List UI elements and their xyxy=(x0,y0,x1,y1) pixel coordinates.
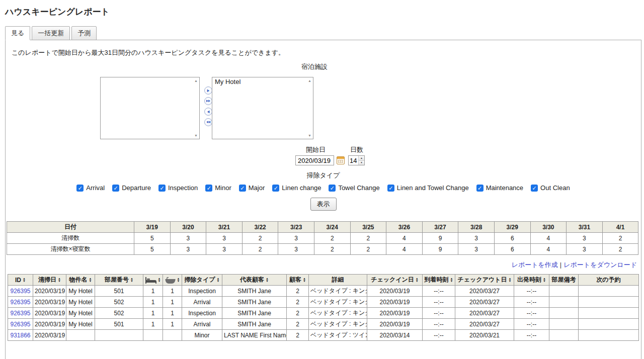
summary-row: 清掃数×寝室数53323224936432 xyxy=(7,244,638,255)
checkbox-label: Towel Change xyxy=(338,184,379,192)
download-report-link[interactable]: レポートをダウンロード xyxy=(564,261,637,268)
col-header-arrival_time[interactable]: 到着時刻▲▼ xyxy=(423,275,455,286)
calendar-icon[interactable] xyxy=(337,156,345,164)
scroll-up-icon[interactable]: ▲ xyxy=(308,79,311,82)
cell-guests: 2 xyxy=(287,319,309,330)
checkbox-icon[interactable]: ✓ xyxy=(205,185,212,192)
cell-next_reservation xyxy=(579,319,639,330)
task-header-row: ID▲▼清掃日▲▼物件名▲▼部屋番号▲▼▲▼▲▼掃除タイプ▲▼代表顧客▲▼顧客▲… xyxy=(8,275,639,286)
move-all-right-button[interactable]: ▶▶ xyxy=(204,97,212,105)
cell-beds: 1 xyxy=(143,308,163,319)
column-label: 部屋番号 xyxy=(105,276,129,283)
tab-bulk-update[interactable]: 一括更新 xyxy=(32,26,70,40)
checkbox-icon[interactable]: ✓ xyxy=(76,185,84,192)
column-label: 掃除タイプ xyxy=(185,276,215,283)
col-header-beds[interactable]: ▲▼ xyxy=(143,275,163,286)
task-id-link[interactable]: 926395 xyxy=(10,288,30,295)
clean-type-option-arrival[interactable]: ✓Arrival xyxy=(76,184,105,192)
task-id-link[interactable]: 926395 xyxy=(10,310,30,317)
task-id-link[interactable]: 926395 xyxy=(10,321,30,328)
summary-value-cell: 2 xyxy=(350,233,386,244)
cell-checkout_date: 2020/03/27 xyxy=(455,308,514,319)
checkbox-icon[interactable]: ✓ xyxy=(329,185,336,192)
cell-room_note xyxy=(549,308,579,319)
available-properties-listbox[interactable]: ▲ ▼ xyxy=(100,77,200,139)
col-header-primary_guest[interactable]: 代表顧客▲▼ xyxy=(222,275,287,286)
checkbox-icon[interactable]: ✓ xyxy=(387,185,394,192)
checkbox-icon[interactable]: ✓ xyxy=(531,185,538,192)
scroll-down-icon[interactable]: ▼ xyxy=(194,134,198,137)
listbox-item[interactable]: My Hotel xyxy=(212,77,313,86)
col-header-id[interactable]: ID▲▼ xyxy=(8,275,33,286)
summary-date-cell: 3/23 xyxy=(278,222,314,233)
show-button[interactable]: 表示 xyxy=(310,198,337,211)
property-selector-label: 宿泊施設 xyxy=(301,62,328,71)
cell-beds: 1 xyxy=(143,286,163,297)
sort-icon: ▲▼ xyxy=(89,278,92,283)
summary-row-label: 清掃数×寝室数 xyxy=(7,244,134,255)
create-report-link[interactable]: レポートを作成 xyxy=(512,261,558,268)
clean-type-option-towel-change[interactable]: ✓Towel Change xyxy=(329,184,379,192)
col-header-guests[interactable]: 顧客▲▼ xyxy=(287,275,309,286)
checkbox-icon[interactable]: ✓ xyxy=(272,185,279,192)
column-label: 顧客 xyxy=(289,276,301,283)
move-right-button[interactable]: ▶ xyxy=(204,86,212,95)
summary-header-row: 日付3/193/203/213/223/233/243/253/263/273/… xyxy=(7,222,638,233)
tab-view[interactable]: 見る xyxy=(5,26,30,40)
scroll-up-icon[interactable]: ▲ xyxy=(194,79,198,82)
sort-icon: ▲▼ xyxy=(303,278,306,283)
task-id-link[interactable]: 931866 xyxy=(10,332,30,339)
clean-type-option-departure[interactable]: ✓Departure xyxy=(112,184,151,192)
col-header-clean_type[interactable]: 掃除タイプ▲▼ xyxy=(182,275,222,286)
summary-value-cell: 6 xyxy=(494,244,530,255)
selected-properties-listbox[interactable]: ▲ ▼ My Hotel xyxy=(212,77,313,139)
summary-date-cell: 3/25 xyxy=(350,222,386,233)
checkbox-icon[interactable]: ✓ xyxy=(112,185,119,192)
summary-date-cell: 3/20 xyxy=(170,222,206,233)
col-header-detail: 詳細 xyxy=(309,275,367,286)
summary-date-cell: 3/19 xyxy=(134,222,171,233)
cell-next_reservation xyxy=(579,286,639,297)
checkbox-icon[interactable]: ✓ xyxy=(158,185,166,192)
clean-type-option-maintenance[interactable]: ✓Maintenance xyxy=(476,184,523,192)
column-label: 到着時刻 xyxy=(425,276,449,283)
link-separator: | xyxy=(560,261,561,268)
start-date-input[interactable] xyxy=(295,155,334,165)
tab-bar: 見る一括更新予測 xyxy=(5,26,644,40)
col-header-checkin_date[interactable]: チェックイン日▲▼ xyxy=(367,275,423,286)
cell-departure_time: --:-- xyxy=(514,297,549,308)
start-date-label: 開始日 xyxy=(306,145,326,154)
clean-type-option-minor[interactable]: ✓Minor xyxy=(205,184,231,192)
spin-up-icon[interactable]: ▲ xyxy=(359,156,364,160)
clean-type-option-inspection[interactable]: ✓Inspection xyxy=(158,184,198,192)
scroll-down-icon[interactable]: ▼ xyxy=(308,134,311,137)
summary-table: 日付3/193/203/213/223/233/243/253/263/273/… xyxy=(7,221,638,255)
col-header-baths[interactable]: ▲▼ xyxy=(163,275,182,286)
task-id-link[interactable]: 926395 xyxy=(10,299,30,306)
days-input[interactable] xyxy=(349,156,358,165)
checkbox-icon[interactable]: ✓ xyxy=(476,185,484,192)
summary-value-cell: 3 xyxy=(278,233,314,244)
col-header-property_name[interactable]: 物件名▲▼ xyxy=(66,275,95,286)
col-header-room_number[interactable]: 部屋番号▲▼ xyxy=(95,275,143,286)
clean-type-option-linen-and-towel-change[interactable]: ✓Linen and Towel Change xyxy=(387,184,469,192)
clean-type-option-major[interactable]: ✓Major xyxy=(239,184,265,192)
col-header-departure_time[interactable]: 出発時刻▲▼ xyxy=(514,275,549,286)
clean-type-option-out-clean[interactable]: ✓Out Clean xyxy=(531,184,570,192)
clean-type-option-linen-change[interactable]: ✓Linen change xyxy=(272,184,321,192)
sort-icon: ▲▼ xyxy=(450,278,453,283)
move-left-button[interactable]: ◀ xyxy=(204,108,212,116)
column-label: 詳細 xyxy=(332,276,344,283)
summary-date-cell: 3/31 xyxy=(567,222,603,233)
cell-next_reservation xyxy=(579,297,639,308)
col-header-checkout_date[interactable]: チェックアウト日▲▼ xyxy=(455,275,514,286)
col-header-clean_date[interactable]: 清掃日▲▼ xyxy=(33,275,66,286)
summary-date-cell: 3/26 xyxy=(386,222,423,233)
checkbox-icon[interactable]: ✓ xyxy=(239,185,246,192)
cell-baths: 1 xyxy=(163,319,182,330)
move-all-left-button[interactable]: ◀◀ xyxy=(204,118,212,126)
summary-value-cell: 9 xyxy=(422,244,458,255)
cell-clean_date: 2020/03/19 xyxy=(33,297,66,308)
tab-forecast[interactable]: 予測 xyxy=(71,26,97,40)
spin-down-icon[interactable]: ▼ xyxy=(359,160,364,165)
